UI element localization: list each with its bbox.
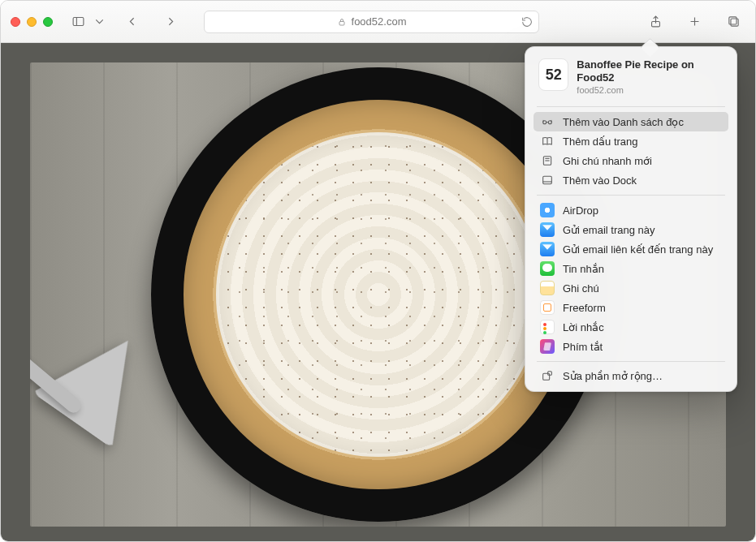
sidebar-icon (71, 15, 85, 28)
toolbar-right (546, 11, 745, 33)
back-button[interactable] (119, 11, 144, 33)
share-item-label: Thêm dấu trang (563, 136, 638, 148)
safari-window: food52.com (0, 0, 756, 542)
share-domain: food52.com (577, 85, 724, 95)
book-icon (540, 134, 555, 148)
share-item-freeform[interactable]: Freeform (534, 298, 728, 317)
share-meta: Banoffee Pie Recipe on Food52 food52.com (577, 58, 724, 95)
address-bar-domain: food52.com (352, 15, 407, 28)
share-item-label: Thêm vào Danh sách đọc (563, 116, 684, 128)
airdrop-icon (540, 203, 555, 217)
navigation-controls (119, 11, 183, 33)
tabs-icon (727, 15, 741, 28)
window-controls (11, 17, 53, 27)
reload-icon[interactable] (521, 15, 534, 28)
shortcuts-icon (540, 339, 555, 354)
share-item-label: Tin nhắn (563, 263, 604, 275)
plus-icon (688, 15, 702, 28)
share-item-bookmark[interactable]: Thêm dấu trang (534, 131, 728, 151)
share-popover: 52 Banoffee Pie Recipe on Food52 food52.… (525, 46, 737, 392)
share-item-airdrop[interactable]: AirDrop (534, 200, 728, 220)
share-item-shortcuts[interactable]: Phím tắt (534, 337, 728, 356)
chevron-down-icon (93, 15, 106, 28)
chevron-left-icon (125, 15, 139, 28)
glasses-icon (540, 114, 555, 129)
share-item-email-page[interactable]: Gửi email trang này (534, 220, 728, 239)
share-item-label: AirDrop (563, 204, 598, 217)
sidebar-menu-button[interactable] (92, 11, 106, 33)
titlebar: food52.com (1, 1, 755, 43)
minimize-window-button[interactable] (27, 17, 37, 27)
mail-icon (540, 222, 555, 237)
messages-icon (540, 261, 555, 276)
lock-icon (337, 17, 347, 27)
share-item-notes[interactable]: Ghi chú (534, 278, 728, 298)
sidebar-controls (66, 11, 106, 33)
mail-icon (540, 242, 555, 256)
svg-rect-16 (543, 374, 550, 381)
share-favicon: 52 (538, 58, 568, 91)
share-system-actions: Thêm vào Danh sách đọc Thêm dấu trang Gh… (530, 110, 732, 191)
freeform-icon (540, 300, 555, 315)
svg-rect-2 (339, 21, 344, 25)
separator (537, 195, 725, 196)
share-item-label: Gửi email trang này (563, 224, 655, 236)
extension-icon (540, 368, 555, 383)
share-item-label: Phím tắt (563, 341, 603, 353)
share-item-reading-list[interactable]: Thêm vào Danh sách đọc (534, 112, 728, 131)
share-icon (649, 15, 663, 28)
chevron-right-icon (164, 15, 178, 28)
share-item-label: Ghi chú nhanh mới (563, 155, 652, 167)
new-tab-button[interactable] (682, 11, 706, 33)
share-item-label: Gửi email liên kết đến trang này (563, 243, 713, 256)
share-button[interactable] (643, 11, 667, 33)
sidebar-toggle-button[interactable] (66, 11, 90, 33)
share-item-label: Lời nhắc (563, 321, 604, 333)
pie-sprinkle (216, 132, 541, 457)
svg-rect-6 (730, 19, 737, 26)
close-window-button[interactable] (11, 17, 20, 27)
svg-rect-0 (73, 18, 84, 26)
fullscreen-window-button[interactable] (43, 17, 53, 27)
separator (537, 361, 725, 362)
share-item-add-to-dock[interactable]: Thêm vào Dock (534, 170, 728, 190)
share-item-label: Ghi chú (563, 282, 599, 295)
dock-icon (540, 173, 555, 187)
share-item-email-link[interactable]: Gửi email liên kết đến trang này (534, 239, 728, 259)
share-popover-header: 52 Banoffee Pie Recipe on Food52 food52.… (530, 55, 732, 103)
share-item-label: Freeform (563, 302, 606, 314)
share-item-edit-extensions[interactable]: Sửa phần mở rộng… (530, 365, 732, 386)
notes-icon (540, 281, 555, 295)
share-item-label: Sửa phần mở rộng… (563, 370, 663, 382)
note-icon (540, 153, 555, 168)
share-item-reminders[interactable]: Lời nhắc (534, 317, 728, 337)
share-item-quick-note[interactable]: Ghi chú nhanh mới (534, 151, 728, 170)
separator (537, 106, 725, 107)
address-bar[interactable]: food52.com (204, 11, 539, 33)
svg-rect-7 (728, 17, 736, 24)
share-title: Banoffee Pie Recipe on Food52 (577, 58, 724, 84)
tab-overview-button[interactable] (721, 11, 745, 33)
forward-button[interactable] (158, 11, 183, 33)
share-item-messages[interactable]: Tin nhắn (534, 259, 728, 278)
reminders-icon (540, 320, 555, 334)
share-item-label: Thêm vào Dock (563, 174, 637, 187)
svg-rect-14 (543, 177, 552, 184)
share-app-actions: AirDrop Gửi email trang này Gửi email li… (530, 199, 732, 358)
